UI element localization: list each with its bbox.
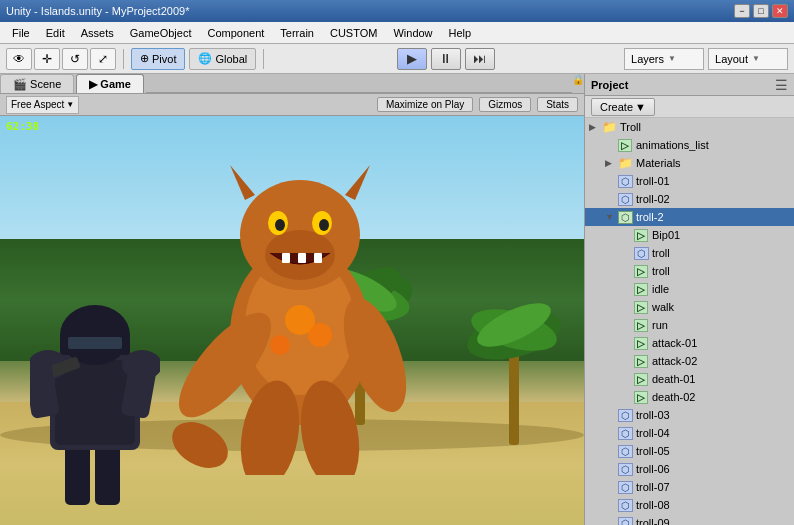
close-button[interactable]: ✕ bbox=[772, 4, 788, 18]
tree-icon-troll-01: ⬡ bbox=[617, 173, 633, 189]
tree-icon-troll-08: ⬡ bbox=[617, 497, 633, 513]
tree-item-walk[interactable]: ▷walk bbox=[585, 298, 794, 316]
tree-icon-troll-04: ⬡ bbox=[617, 425, 633, 441]
window-controls: − □ ✕ bbox=[734, 4, 788, 18]
minimize-button[interactable]: − bbox=[734, 4, 750, 18]
svg-rect-17 bbox=[282, 253, 290, 263]
tree-item-animations_list[interactable]: ▷animations_list bbox=[585, 136, 794, 154]
menu-bar: File Edit Assets GameObject Component Te… bbox=[0, 22, 794, 44]
game-viewport: 62:38 bbox=[0, 116, 584, 525]
tree-icon-troll-07: ⬡ bbox=[617, 479, 633, 495]
tree-label-run: run bbox=[652, 319, 668, 331]
layers-arrow-icon: ▼ bbox=[668, 54, 676, 63]
tree-label-idle: idle bbox=[652, 283, 669, 295]
tree-label-troll-08: troll-08 bbox=[636, 499, 670, 511]
tree-item-troll-b1[interactable]: ⬡troll bbox=[585, 244, 794, 262]
game-tab-label: Game bbox=[100, 78, 131, 90]
tree-icon-troll-2: ⬡ bbox=[617, 209, 633, 225]
layers-label: Layers bbox=[631, 53, 664, 65]
project-menu-icon[interactable]: ☰ bbox=[775, 77, 788, 93]
tree-item-troll-08[interactable]: ⬡troll-08 bbox=[585, 496, 794, 514]
menu-file[interactable]: File bbox=[4, 25, 38, 41]
tree-item-idle[interactable]: ▷idle bbox=[585, 280, 794, 298]
play-button[interactable]: ▶ bbox=[397, 48, 427, 70]
tree-item-Bip01[interactable]: ▷Bip01 bbox=[585, 226, 794, 244]
move-tool-button[interactable]: ✛ bbox=[34, 48, 60, 70]
main-area: 🎬 Scene ▶ Game 🔒 Free Aspect ▼ Maximize … bbox=[0, 74, 794, 525]
menu-edit[interactable]: Edit bbox=[38, 25, 73, 41]
step-button[interactable]: ⏭ bbox=[465, 48, 495, 70]
troll-character bbox=[170, 135, 430, 475]
menu-component[interactable]: Component bbox=[199, 25, 272, 41]
tree-label-troll-b2: troll bbox=[652, 265, 670, 277]
rotate-tool-button[interactable]: ↺ bbox=[62, 48, 88, 70]
global-button[interactable]: 🌐 Global bbox=[189, 48, 256, 70]
tree-item-run[interactable]: ▷run bbox=[585, 316, 794, 334]
project-toolbar: Create ▼ bbox=[585, 96, 794, 118]
tree-icon-troll-b1: ⬡ bbox=[633, 245, 649, 261]
svg-rect-36 bbox=[68, 337, 122, 349]
tree-label-troll-03: troll-03 bbox=[636, 409, 670, 421]
create-button[interactable]: Create ▼ bbox=[591, 98, 655, 116]
menu-gameobject[interactable]: GameObject bbox=[122, 25, 200, 41]
tree-item-troll-09[interactable]: ⬡troll-09 bbox=[585, 514, 794, 525]
svg-point-27 bbox=[308, 323, 332, 347]
aspect-label: Free Aspect bbox=[11, 99, 64, 110]
tree-item-troll-root[interactable]: ▶📁Troll bbox=[585, 118, 794, 136]
scene-tab-icon: 🎬 bbox=[13, 78, 27, 90]
maximize-on-play-button[interactable]: Maximize on Play bbox=[377, 97, 473, 112]
svg-point-15 bbox=[275, 219, 285, 231]
pause-button[interactable]: ⏸ bbox=[431, 48, 461, 70]
menu-assets[interactable]: Assets bbox=[73, 25, 122, 41]
gizmos-button[interactable]: Gizmos bbox=[479, 97, 531, 112]
tree-item-troll-04[interactable]: ⬡troll-04 bbox=[585, 424, 794, 442]
pivot-button[interactable]: ⊕ Pivot bbox=[131, 48, 185, 70]
layout-dropdown[interactable]: Layout ▼ bbox=[708, 48, 788, 70]
menu-terrain[interactable]: Terrain bbox=[272, 25, 322, 41]
tree-item-troll-05[interactable]: ⬡troll-05 bbox=[585, 442, 794, 460]
tree-item-troll-b2[interactable]: ▷troll bbox=[585, 262, 794, 280]
tree-label-troll-09: troll-09 bbox=[636, 517, 670, 525]
tree-item-troll-06[interactable]: ⬡troll-06 bbox=[585, 460, 794, 478]
scale-tool-button[interactable]: ⤢ bbox=[90, 48, 116, 70]
title-bar: Unity - Islands.unity - MyProject2009* −… bbox=[0, 0, 794, 22]
tab-scene[interactable]: 🎬 Scene bbox=[0, 74, 74, 93]
layout-arrow-icon: ▼ bbox=[752, 54, 760, 63]
tree-item-troll-01[interactable]: ⬡troll-01 bbox=[585, 172, 794, 190]
layers-dropdown[interactable]: Layers ▼ bbox=[624, 48, 704, 70]
aspect-dropdown[interactable]: Free Aspect ▼ bbox=[6, 96, 79, 114]
main-toolbar: 👁 ✛ ↺ ⤢ ⊕ Pivot 🌐 Global ▶ ⏸ ⏭ Layers ▼ … bbox=[0, 44, 794, 74]
tree-label-death-01: death-01 bbox=[652, 373, 695, 385]
tree-icon-troll-b2: ▷ bbox=[633, 263, 649, 279]
tree-label-attack-02: attack-02 bbox=[652, 355, 697, 367]
hand-tool-button[interactable]: 👁 bbox=[6, 48, 32, 70]
layout-label: Layout bbox=[715, 53, 748, 65]
menu-window[interactable]: Window bbox=[385, 25, 440, 41]
menu-custom[interactable]: CUSTOM bbox=[322, 25, 385, 41]
tree-label-troll-04: troll-04 bbox=[636, 427, 670, 439]
tree-item-troll-07[interactable]: ⬡troll-07 bbox=[585, 478, 794, 496]
maximize-button[interactable]: □ bbox=[753, 4, 769, 18]
tree-item-troll-03[interactable]: ⬡troll-03 bbox=[585, 406, 794, 424]
lock-icon: 🔒 bbox=[572, 74, 584, 93]
tree-icon-death-01: ▷ bbox=[633, 371, 649, 387]
tree-label-troll-b1: troll bbox=[652, 247, 670, 259]
tree-icon-troll-02: ⬡ bbox=[617, 191, 633, 207]
tree-item-death-01[interactable]: ▷death-01 bbox=[585, 370, 794, 388]
tree-icon-death-02: ▷ bbox=[633, 389, 649, 405]
svg-marker-29 bbox=[345, 165, 370, 200]
tree-icon-Bip01: ▷ bbox=[633, 227, 649, 243]
tree-item-troll-2[interactable]: ▼⬡troll-2 bbox=[585, 208, 794, 226]
tab-game[interactable]: ▶ Game bbox=[76, 74, 144, 93]
tree-label-troll-root: Troll bbox=[620, 121, 641, 133]
file-tree: ▶📁Troll ▷animations_list▶📁Materials ⬡tro… bbox=[585, 118, 794, 525]
stats-button[interactable]: Stats bbox=[537, 97, 578, 112]
tree-item-attack-01[interactable]: ▷attack-01 bbox=[585, 334, 794, 352]
tree-label-troll-06: troll-06 bbox=[636, 463, 670, 475]
tree-item-attack-02[interactable]: ▷attack-02 bbox=[585, 352, 794, 370]
tree-item-Materials[interactable]: ▶📁Materials bbox=[585, 154, 794, 172]
menu-help[interactable]: Help bbox=[441, 25, 480, 41]
tree-item-death-02[interactable]: ▷death-02 bbox=[585, 388, 794, 406]
tree-item-troll-02[interactable]: ⬡troll-02 bbox=[585, 190, 794, 208]
game-toolbar: Free Aspect ▼ Maximize on Play Gizmos St… bbox=[0, 94, 584, 116]
